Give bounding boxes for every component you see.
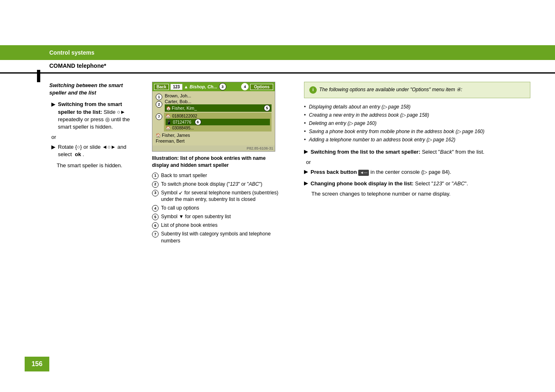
numbered-item-1: 1 Back to smart speller [152, 172, 279, 179]
info-box: i The following options are available un… [304, 82, 530, 98]
section4-text: Changing phone book display in the list:… [311, 180, 468, 187]
back-console-icon: ◄— [358, 170, 369, 176]
badge-1: 1 [156, 94, 162, 100]
bullet-text-2: Rotate {○} or slide ◄○► and select ok . [58, 143, 140, 158]
num-badge-4: 4 [152, 205, 159, 212]
phone-topbar-left: Back 123 ▲ Bishop, Ch... 3 [154, 83, 226, 90]
num-badge-3: 3 [152, 190, 159, 196]
badge-2: 2 [156, 101, 162, 108]
numbered-item-6: 6 List of phone book entries [152, 222, 279, 229]
phone-screen-wrapper: Back 123 ▲ Bishop, Ch... 3 4 Options [152, 82, 275, 152]
badge-5: 5 [264, 105, 270, 111]
section4-arrow: ▶ [304, 180, 308, 187]
info-text: The following options are available unde… [319, 86, 462, 94]
bullet-arrow-2: ▶ [51, 144, 55, 158]
bullet-item-1: ▶ Switching from the smart speller to th… [49, 101, 140, 131]
entry-name-brown: Brown, Joh... [165, 93, 191, 98]
entry-freeman: Freeman, Bert [156, 138, 272, 144]
left-column: Switching between the smart speller and … [49, 82, 140, 246]
entry-name-freeman: Freeman, Bert [156, 138, 184, 143]
info-icon: i [309, 86, 317, 94]
num-badge-2: 2 [152, 181, 159, 188]
badge-3: 3 [219, 83, 226, 90]
entry-name-fisher-james: Fisher, James [162, 133, 190, 138]
subheader: COMAND telephone* [0, 60, 555, 74]
num-text-6: List of phone book entries [161, 222, 217, 229]
section4-note: The screen changes to telephone number o… [311, 190, 530, 198]
right-column: i The following options are available un… [304, 82, 530, 246]
section2-bullet: ▶ Switching from the list to the smart s… [304, 148, 530, 156]
subentry-3: 🏠03088495... [166, 125, 270, 131]
num-text-7: Subentry list with category symbols and … [161, 231, 279, 244]
section2-arrow: ▶ [304, 148, 308, 156]
section2-text: Switching from the list to the smart spe… [311, 148, 484, 156]
current-name: ▲ Bishop, Ch... [184, 84, 217, 89]
num-badge-5: 5 [152, 214, 159, 220]
phone-topbar: Back 123 ▲ Bishop, Ch... 3 4 Options [152, 82, 275, 91]
subentry-2: 📱07124776 6 [166, 119, 270, 125]
section3-arrow: ▶ [304, 168, 308, 176]
option-5: Adding a telephone number to an address … [304, 136, 530, 143]
page-number: 156 [25, 357, 49, 371]
header-title: Control systems [49, 49, 94, 56]
option-1: Displaying details about an entry (▷ pag… [304, 103, 530, 111]
options-bullet-list: Displaying details about an entry (▷ pag… [304, 103, 530, 143]
num-badge-6: 6 [152, 222, 159, 229]
mode-btn[interactable]: 123 [170, 84, 182, 90]
section3-text: Press back button ◄— in the center conso… [311, 168, 451, 176]
illustration-caption: Illustration: list of phone book entries… [152, 155, 275, 169]
note-text-1: The smart speller is hidden. [57, 162, 140, 169]
num-text-2: To switch phone book display ("123" or "… [161, 181, 263, 188]
bullet-text-1: Switching from the smart speller to the … [58, 101, 140, 131]
entry-brown: Brown, Joh... [165, 93, 272, 99]
options-btn[interactable]: Options [250, 84, 273, 90]
or-text-2: or [306, 159, 530, 165]
badge-7: 7 [156, 113, 162, 120]
header-bar: Control systems [0, 45, 555, 60]
numbered-item-5: 5 Symbol ▼ for open subentry list [152, 213, 279, 220]
entry-fisher-james: 🏠 Fisher, James [156, 132, 272, 138]
numbered-list: 1 Back to smart speller 2 To switch phon… [152, 172, 279, 244]
decorative-bar [37, 70, 40, 82]
num-text-1: Back to smart speller [161, 172, 207, 179]
entry-name-carter: Carter, Bob... [165, 99, 191, 104]
num-text-3: Symbol ↙ for several telephone numbers (… [161, 189, 279, 203]
subentry-1: 🏠01808122002 [166, 113, 270, 119]
phone-body: 1 2 Brown, Joh... Carter, Bob... [152, 91, 275, 145]
main-content: Switching between the smart speller and … [0, 74, 555, 254]
num-badge-1: 1 [152, 173, 159, 179]
phone-ref: P82.85-6106-31 [152, 145, 275, 151]
bullet-item-2: ▶ Rotate {○} or slide ◄○► and select ok … [49, 143, 140, 158]
middle-column: Back 123 ▲ Bishop, Ch... 3 4 Options [152, 82, 292, 246]
bullet-arrow-1: ▶ [51, 101, 55, 131]
phone-screen: Back 123 ▲ Bishop, Ch... 3 4 Options [152, 82, 275, 152]
badge-6: 6 [195, 119, 201, 125]
entry-carter: Carter, Bob... [165, 99, 272, 104]
num-badge-7: 7 [152, 231, 159, 238]
section4-bullet: ▶ Changing phone book display in the lis… [304, 180, 530, 187]
section-heading: Switching between the smart speller and … [49, 82, 140, 97]
num-text-5: Symbol ▼ for open subentry list [161, 213, 231, 220]
back-btn[interactable]: Back [154, 84, 169, 90]
num-text-4: To call up options [161, 205, 199, 212]
info-icon-letter: i [312, 87, 313, 93]
numbered-item-3: 3 Symbol ↙ for several telephone numbers… [152, 189, 279, 203]
numbered-item-2: 2 To switch phone book display ("123" or… [152, 181, 279, 188]
badge-4: 4 [241, 83, 249, 90]
or-text-1: or [51, 134, 140, 140]
subtitle: COMAND telephone* [49, 62, 106, 69]
entry-name-fisher-kim: Fisher, Kim_ [172, 106, 197, 111]
page-container: Control systems COMAND telephone* Switch… [0, 0, 555, 392]
option-2: Creating a new entry in the address book… [304, 111, 530, 119]
section3-bullet: ▶ Press back button ◄— in the center con… [304, 168, 530, 176]
numbered-item-4: 4 To call up options [152, 205, 279, 212]
option-4: Saving a phone book entry from mobile ph… [304, 128, 530, 135]
option-3: Deleting an entry (▷ page 160) [304, 120, 530, 127]
numbered-item-7: 7 Subentry list with category symbols an… [152, 231, 279, 244]
